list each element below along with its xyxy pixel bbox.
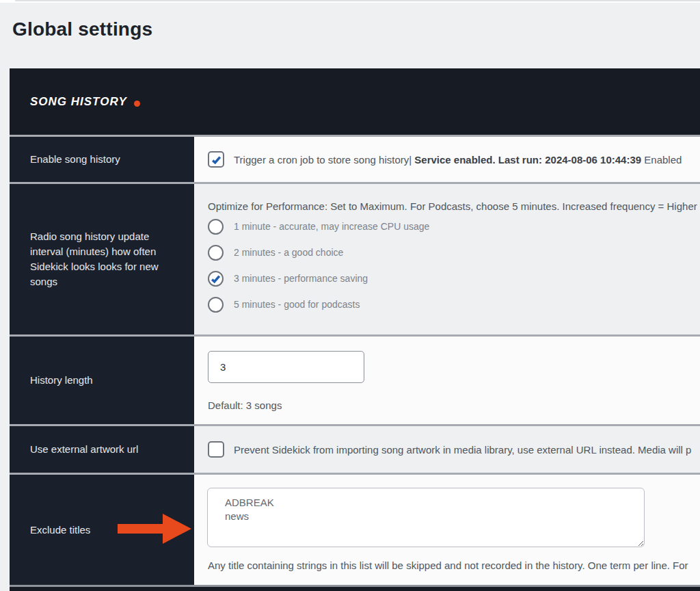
section-title: SONG HISTORY [30,95,127,109]
next-section-edge [10,585,700,591]
accent-dot-icon [134,101,140,107]
enable-song-history-label: Enable song history [10,137,194,182]
exclude-titles-textarea[interactable]: ADBREAK news [207,488,645,547]
interval-radio-group: 1 minute - accurate, may increase CPU us… [194,213,700,317]
section-header: SONG HISTORY [10,68,700,135]
external-artwork-label: Use external artwork url [10,426,194,473]
row-history-length: History length Default: 3 songs [10,334,700,424]
external-artwork-description: Prevent Sidekick from importing song art… [234,444,691,456]
interval-radio-5-minutes[interactable]: 5 minutes - good for podcasts [208,291,700,317]
row-update-interval: Radio song history update interval (minu… [10,182,700,334]
history-length-default-text: Default: 3 songs [208,399,700,411]
page-title: Global settings [12,18,152,40]
interval-radio-2-minutes[interactable]: 2 minutes - a good choice [208,239,700,265]
enable-song-history-content: Trigger a cron job to store song history… [194,137,700,182]
exclude-titles-content: ADBREAK news Any title containing string… [194,475,700,585]
enable-song-history-description: Trigger a cron job to store song history… [234,154,682,166]
service-status-text: Service enabled. Last run: 2024-08-06 10… [414,154,641,166]
interval-radio-3-minutes[interactable]: 3 minutes - performance saving [208,265,700,291]
red-arrow-annotation-icon [118,514,191,544]
update-interval-label: Radio song history update interval (minu… [10,184,194,334]
radio-selected-icon [208,271,224,287]
enable-song-history-checkbox[interactable] [208,151,224,168]
top-edge-line [15,0,700,1]
update-interval-intro: Optimize for Performance: Set to Maximum… [194,184,700,213]
row-exclude-titles: Exclude titles ADBREAK news Any title co… [10,473,700,585]
top-edge-artifact [0,0,700,3]
radio-icon [208,297,224,313]
history-length-input[interactable] [208,351,364,383]
update-interval-content: Optimize for Performance: Set to Maximum… [194,184,700,334]
history-length-label: History length [10,337,194,424]
radio-icon [208,245,224,261]
radio-icon [208,219,224,235]
row-enable-song-history: Enable song history Trigger a cron job t… [10,135,700,182]
external-artwork-checkbox[interactable] [208,441,224,458]
exclude-titles-help-text: Any title containing strings in this lis… [208,560,700,571]
row-external-artwork: Use external artwork url Prevent Sidekic… [10,424,700,473]
external-artwork-content: Prevent Sidekick from importing song art… [194,426,700,473]
history-length-content: Default: 3 songs [194,337,700,424]
settings-panel: SONG HISTORY Enable song history Trigger… [10,68,700,591]
interval-radio-1-minute[interactable]: 1 minute - accurate, may increase CPU us… [208,213,700,239]
